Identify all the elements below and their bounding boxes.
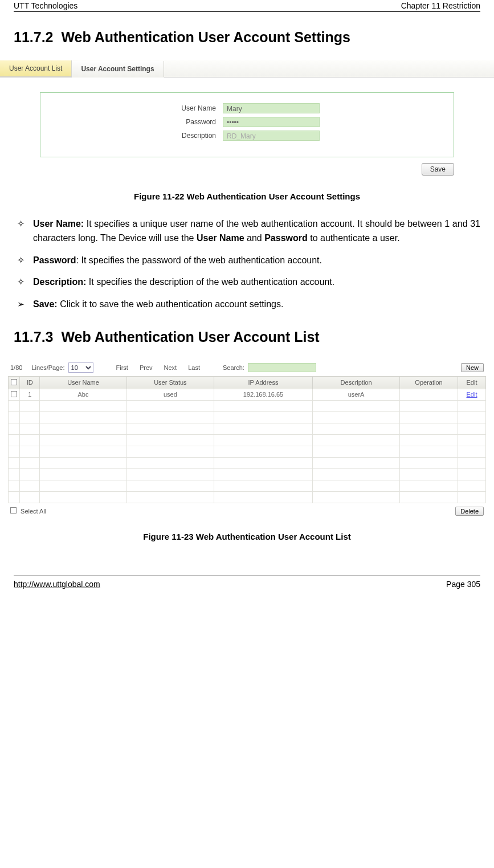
tab-user-account-settings[interactable]: User Account Settings: [72, 61, 164, 78]
col-operation: Operation: [400, 376, 458, 389]
table-row: [9, 423, 486, 434]
header-left: UTT Technologies: [14, 1, 77, 10]
table-row: [9, 400, 486, 411]
table-row: [9, 491, 486, 503]
cell-username: Abc: [40, 389, 127, 400]
edit-link[interactable]: Edit: [458, 389, 485, 400]
save-button[interactable]: Save: [422, 163, 454, 176]
figure-11-23: 1/80 Lines/Page: 10 First Prev Next Last…: [8, 360, 486, 516]
section-heading-2: 11.7.3 Web Authentication User Account L…: [14, 329, 480, 345]
cell-status: used: [126, 389, 214, 400]
description-label: Description: [46, 132, 223, 140]
header-right: Chapter 11 Restriction: [401, 1, 480, 10]
table-row: [9, 457, 486, 468]
col-id: ID: [20, 376, 40, 389]
select-all[interactable]: Select All: [10, 507, 46, 515]
section-heading-1: 11.7.2 Web Authentication User Account S…: [14, 29, 480, 46]
cell-op: [400, 389, 458, 400]
tab-bar: User Account List User Account Settings: [0, 60, 494, 78]
cell-id: 1: [20, 389, 40, 400]
page-footer: http://www.uttglobal.com Page 305: [14, 576, 480, 591]
tab-user-account-list[interactable]: User Account List: [0, 60, 72, 77]
new-button[interactable]: New: [461, 363, 484, 372]
password-label: Password: [46, 118, 223, 126]
diamond-icon: ✧: [14, 254, 33, 268]
page-header: UTT Technologies Chapter 11 Restriction: [14, 0, 480, 12]
cell-desc: userA: [313, 389, 400, 400]
settings-form: User Name Mary Password ••••• Descriptio…: [40, 92, 454, 157]
user-account-table: ID User Name User Status IP Address Desc…: [8, 376, 486, 503]
username-label: User Name: [46, 104, 223, 112]
table-row: [9, 468, 486, 480]
description-input[interactable]: RD_Mary: [223, 131, 320, 141]
figure-11-22: User Account List User Account Settings …: [0, 60, 494, 176]
table-row: 1 Abc used 192.168.16.65 userA Edit: [9, 389, 486, 400]
page-number: Page 305: [446, 580, 480, 589]
row-checkbox[interactable]: [9, 389, 20, 400]
list-toolbar: 1/80 Lines/Page: 10 First Prev Next Last…: [8, 360, 486, 376]
pager-count: 1/80: [10, 364, 22, 371]
table-row: [9, 434, 486, 446]
col-edit: Edit: [458, 376, 485, 389]
triangle-icon: ➢: [14, 298, 33, 312]
table-row: [9, 446, 486, 457]
table-header-row: ID User Name User Status IP Address Desc…: [9, 376, 486, 389]
col-userstatus: User Status: [126, 376, 214, 389]
pager-first[interactable]: First: [116, 364, 128, 371]
col-ip: IP Address: [214, 376, 312, 389]
col-checkbox[interactable]: [9, 376, 20, 389]
delete-button[interactable]: Delete: [455, 507, 484, 516]
col-description: Description: [313, 376, 400, 389]
username-input[interactable]: Mary: [223, 103, 320, 113]
lines-per-page-select[interactable]: 10: [68, 362, 93, 373]
pager-next[interactable]: Next: [164, 364, 177, 371]
table-row: [9, 411, 486, 423]
figure-11-23-caption: Figure 11-23 Web Authentication User Acc…: [14, 532, 480, 541]
diamond-icon: ✧: [14, 217, 33, 246]
figure-11-22-caption: Figure 11-22 Web Authentication User Acc…: [14, 191, 480, 201]
pager-prev[interactable]: Prev: [140, 364, 153, 371]
select-all-checkbox[interactable]: [10, 507, 17, 514]
footer-link[interactable]: http://www.uttglobal.com: [14, 580, 100, 589]
description-list-1: ✧ User Name: It specifies a unique user …: [14, 217, 480, 312]
cell-ip: 192.168.16.65: [214, 389, 312, 400]
pager-last[interactable]: Last: [188, 364, 200, 371]
col-username: User Name: [40, 376, 127, 389]
lines-per-page-label: Lines/Page:: [31, 364, 64, 371]
password-input[interactable]: •••••: [223, 117, 320, 127]
search-label: Search:: [223, 364, 244, 371]
diamond-icon: ✧: [14, 275, 33, 290]
search-input[interactable]: [248, 363, 316, 372]
table-row: [9, 480, 486, 491]
